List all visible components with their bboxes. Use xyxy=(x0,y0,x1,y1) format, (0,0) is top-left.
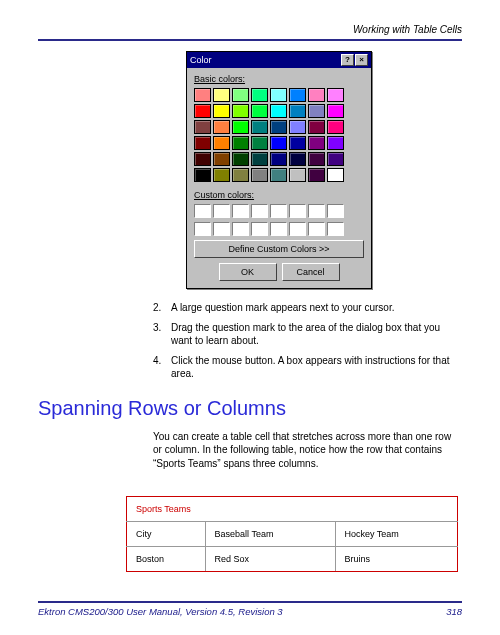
custom-color-slot[interactable] xyxy=(289,204,306,218)
color-swatch[interactable] xyxy=(194,120,211,134)
color-swatch[interactable] xyxy=(289,88,306,102)
instruction-list: 2. A large question mark appears next to… xyxy=(153,301,462,381)
cancel-button[interactable]: Cancel xyxy=(282,263,340,281)
step-text: Click the mouse button. A box appears wi… xyxy=(171,354,462,381)
color-swatch[interactable] xyxy=(213,152,230,166)
color-swatch[interactable] xyxy=(213,104,230,118)
header-rule xyxy=(38,39,462,41)
body-paragraph: You can create a table cell that stretch… xyxy=(153,430,462,471)
help-button[interactable]: ? xyxy=(341,54,354,66)
color-swatch[interactable] xyxy=(289,120,306,134)
custom-color-slot[interactable] xyxy=(251,204,268,218)
color-swatch[interactable] xyxy=(289,136,306,150)
color-swatch[interactable] xyxy=(308,104,325,118)
dialog-titlebar: Color ? × xyxy=(187,52,371,68)
color-swatch[interactable] xyxy=(251,120,268,134)
custom-color-slot[interactable] xyxy=(232,204,249,218)
color-swatch[interactable] xyxy=(289,152,306,166)
custom-color-row-1 xyxy=(194,204,364,218)
ok-button[interactable]: OK xyxy=(219,263,277,281)
define-custom-colors-button[interactable]: Define Custom Colors >> xyxy=(194,240,364,258)
color-swatch[interactable] xyxy=(251,152,268,166)
custom-colors-label: Custom colors: xyxy=(194,190,364,200)
table-col-header: Baseball Team xyxy=(205,522,335,547)
color-swatch[interactable] xyxy=(289,168,306,182)
custom-color-slot[interactable] xyxy=(213,222,230,236)
step-text: Drag the question mark to the area of th… xyxy=(171,321,462,348)
custom-color-slot[interactable] xyxy=(270,222,287,236)
custom-color-row-2 xyxy=(194,222,364,236)
color-swatch[interactable] xyxy=(270,120,287,134)
custom-color-slot[interactable] xyxy=(327,222,344,236)
dialog-title: Color xyxy=(190,55,212,65)
color-swatch[interactable] xyxy=(251,136,268,150)
color-swatch[interactable] xyxy=(213,120,230,134)
color-swatch[interactable] xyxy=(213,88,230,102)
close-button[interactable]: × xyxy=(355,54,368,66)
color-swatch[interactable] xyxy=(327,104,344,118)
custom-color-slot[interactable] xyxy=(308,222,325,236)
section-heading: Spanning Rows or Columns xyxy=(38,397,462,420)
color-swatch[interactable] xyxy=(213,168,230,182)
color-swatch[interactable] xyxy=(327,168,344,182)
color-swatch[interactable] xyxy=(327,136,344,150)
color-swatch[interactable] xyxy=(194,104,211,118)
color-swatch[interactable] xyxy=(308,136,325,150)
custom-color-slot[interactable] xyxy=(213,204,230,218)
step-number: 4. xyxy=(153,354,171,381)
page-footer: Ektron CMS200/300 User Manual, Version 4… xyxy=(38,601,462,617)
color-swatch[interactable] xyxy=(232,168,249,182)
instruction-step: 3. Drag the question mark to the area of… xyxy=(153,321,462,348)
custom-color-slot[interactable] xyxy=(251,222,268,236)
color-swatch[interactable] xyxy=(251,104,268,118)
step-number: 2. xyxy=(153,301,171,315)
color-swatch[interactable] xyxy=(194,168,211,182)
instruction-step: 4. Click the mouse button. A box appears… xyxy=(153,354,462,381)
color-swatch[interactable] xyxy=(213,136,230,150)
basic-colors-label: Basic colors: xyxy=(194,74,364,84)
color-swatch[interactable] xyxy=(270,104,287,118)
color-swatch[interactable] xyxy=(251,88,268,102)
color-swatch[interactable] xyxy=(251,168,268,182)
color-swatch[interactable] xyxy=(308,168,325,182)
color-swatch[interactable] xyxy=(232,136,249,150)
table-col-header: Hockey Team xyxy=(335,522,457,547)
custom-color-slot[interactable] xyxy=(289,222,306,236)
color-swatch[interactable] xyxy=(327,152,344,166)
basic-color-palette xyxy=(194,88,364,182)
color-swatch[interactable] xyxy=(308,120,325,134)
color-swatch[interactable] xyxy=(232,104,249,118)
step-number: 3. xyxy=(153,321,171,348)
color-swatch[interactable] xyxy=(327,88,344,102)
table-cell: Boston xyxy=(127,547,206,572)
color-swatch[interactable] xyxy=(194,88,211,102)
custom-color-slot[interactable] xyxy=(308,204,325,218)
color-swatch[interactable] xyxy=(308,152,325,166)
color-swatch[interactable] xyxy=(194,136,211,150)
color-swatch[interactable] xyxy=(270,88,287,102)
color-swatch[interactable] xyxy=(327,120,344,134)
color-swatch[interactable] xyxy=(232,152,249,166)
color-swatch[interactable] xyxy=(308,88,325,102)
custom-color-slot[interactable] xyxy=(270,204,287,218)
page-number: 318 xyxy=(446,606,462,617)
custom-color-slot[interactable] xyxy=(194,204,211,218)
color-dialog: Color ? × Basic colors: Custom colors: xyxy=(186,51,372,289)
step-text: A large question mark appears next to yo… xyxy=(171,301,394,315)
color-swatch[interactable] xyxy=(270,152,287,166)
table-span-header: Sports Teams xyxy=(127,497,458,522)
custom-color-slot[interactable] xyxy=(232,222,249,236)
custom-color-slot[interactable] xyxy=(327,204,344,218)
color-swatch[interactable] xyxy=(289,104,306,118)
color-swatch[interactable] xyxy=(270,136,287,150)
table-cell: Bruins xyxy=(335,547,457,572)
color-swatch[interactable] xyxy=(232,120,249,134)
color-swatch[interactable] xyxy=(232,88,249,102)
table-col-header: City xyxy=(127,522,206,547)
custom-color-slot[interactable] xyxy=(194,222,211,236)
footer-manual-title: Ektron CMS200/300 User Manual, Version 4… xyxy=(38,606,283,617)
table-cell: Red Sox xyxy=(205,547,335,572)
color-swatch[interactable] xyxy=(194,152,211,166)
color-swatch[interactable] xyxy=(270,168,287,182)
running-header: Working with Table Cells xyxy=(38,24,462,35)
